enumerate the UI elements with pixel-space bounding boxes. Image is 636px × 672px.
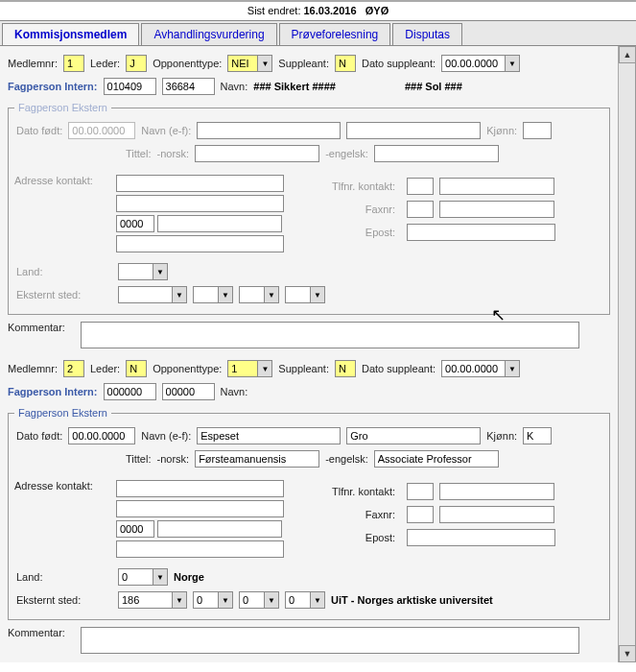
m2-ext-c[interactable]: ▼	[239, 591, 279, 609]
m2-kommentar-field[interactable]	[81, 627, 579, 654]
m1-opptype-value[interactable]	[228, 56, 257, 71]
scroll-up-icon[interactable]: ▲	[619, 46, 636, 63]
m1-datosupp-value[interactable]	[442, 56, 505, 71]
m1-ext-c[interactable]: ▼	[239, 286, 279, 303]
m2-suppleant-field[interactable]	[335, 360, 356, 377]
m1-tlf-land[interactable]	[407, 178, 434, 195]
m1-navn-e-field[interactable]	[197, 122, 341, 139]
chevron-down-icon[interactable]: ▼	[153, 264, 167, 279]
m2-land-dropdown[interactable]: ▼	[118, 568, 168, 586]
m2-land-value[interactable]	[119, 569, 153, 585]
m1-navn-f-field[interactable]	[346, 122, 481, 139]
m2-fax-land[interactable]	[407, 506, 434, 523]
chevron-down-icon[interactable]: ▼	[172, 287, 186, 302]
m2-opptype-label: Opponenttype:	[153, 363, 222, 374]
m1-ext-b[interactable]: ▼	[193, 286, 233, 303]
m1-ext-d[interactable]: ▼	[285, 286, 325, 303]
m1-leder-field[interactable]	[126, 55, 147, 72]
vertical-scrollbar[interactable]: ▲ ▼	[618, 46, 635, 662]
m2-ext-d[interactable]: ▼	[285, 591, 325, 609]
m1-ekstern-legend: Fagperson Ekstern	[14, 102, 111, 113]
m2-tlf[interactable]	[439, 483, 554, 500]
m1-eksternt-label: Eksternt sted:	[16, 289, 112, 300]
m1-postnr[interactable]	[116, 215, 154, 232]
m2-kjonn-field[interactable]	[523, 427, 552, 444]
m2-eksternt-label: Eksternt sted:	[16, 594, 112, 606]
m2-ext-b[interactable]: ▼	[193, 591, 233, 609]
m2-land-label: Land:	[16, 571, 112, 583]
m2-tittel-eng-field[interactable]	[374, 450, 499, 468]
m1-poststed[interactable]	[157, 215, 282, 232]
m1-suppleant-field[interactable]	[335, 55, 356, 72]
m1-adresse-4[interactable]	[116, 235, 284, 252]
m1-epost[interactable]	[407, 224, 555, 241]
m2-navn-e-field[interactable]	[197, 427, 341, 444]
m1-fax-land[interactable]	[407, 201, 434, 218]
scroll-down-icon[interactable]: ▼	[619, 645, 636, 662]
m2-fax[interactable]	[439, 506, 554, 523]
tab-avhandlingsvurdering[interactable]: Avhandlingsvurdering	[141, 23, 276, 45]
header-last-modified: Sist endret: 16.03.2016 ØYØ	[0, 0, 636, 21]
m1-dato-fodt-field[interactable]	[68, 122, 135, 139]
tab-proveforelesning[interactable]: Prøveforelesning	[279, 23, 391, 45]
m2-tlf-land[interactable]	[407, 483, 434, 500]
m2-tittel-norsk-field[interactable]	[195, 450, 319, 468]
m2-fagperson-intern-a[interactable]	[104, 383, 156, 400]
chevron-down-icon[interactable]: ▼	[153, 569, 167, 585]
m2-dato-fodt-field[interactable]	[68, 427, 135, 444]
m1-ext-a[interactable]: ▼	[118, 286, 187, 303]
chevron-down-icon[interactable]: ▼	[257, 361, 271, 376]
m2-epost[interactable]	[407, 529, 555, 546]
m2-medlemnr-field[interactable]	[63, 360, 84, 377]
m1-fax[interactable]	[439, 201, 554, 218]
chevron-down-icon[interactable]: ▼	[218, 592, 232, 608]
chevron-down-icon[interactable]: ▼	[310, 592, 324, 608]
m1-suppleant-label: Suppleant:	[278, 58, 329, 69]
chevron-down-icon[interactable]: ▼	[218, 287, 232, 302]
m1-kommentar-field[interactable]	[81, 322, 579, 348]
m2-fagperson-intern-b[interactable]	[162, 383, 215, 400]
m2-tittel-eng-label: -engelsk:	[325, 453, 368, 465]
chevron-down-icon[interactable]: ▼	[264, 592, 278, 608]
chevron-down-icon[interactable]: ▼	[505, 361, 519, 376]
m1-opptype-dropdown[interactable]: ▼	[227, 55, 272, 72]
m2-datosupp-dropdown[interactable]: ▼	[441, 360, 520, 377]
m1-land-dropdown[interactable]: ▼	[118, 263, 168, 280]
m1-leder-label: Leder:	[90, 58, 120, 69]
m2-adresse-4[interactable]	[116, 540, 284, 558]
m1-medlemnr-field[interactable]	[63, 55, 84, 72]
tab-kommisjonsmedlem[interactable]: Kommisjonsmedlem	[2, 23, 139, 45]
m1-fagperson-intern-a[interactable]	[104, 78, 156, 95]
m2-adresse-1[interactable]	[116, 480, 284, 497]
m1-tlf[interactable]	[439, 178, 554, 195]
m2-ext-a[interactable]: ▼	[118, 591, 187, 609]
chevron-down-icon[interactable]: ▼	[172, 592, 186, 608]
m1-kjonn-field[interactable]	[523, 122, 552, 139]
m1-tittel-eng-field[interactable]	[374, 145, 499, 162]
m2-opptype-dropdown[interactable]: ▼	[227, 360, 272, 377]
m2-opptype-value[interactable]	[228, 361, 257, 376]
m2-fagperson-ekstern-group: Fagperson Ekstern Dato født: Navn (e-f):…	[8, 407, 610, 620]
chevron-down-icon[interactable]: ▼	[257, 56, 271, 71]
m2-postnr[interactable]	[116, 520, 154, 538]
chevron-down-icon[interactable]: ▼	[264, 287, 278, 302]
m2-leder-field[interactable]	[126, 360, 147, 377]
m2-medlemnr-label: Medlemnr:	[8, 363, 58, 374]
m1-adresse-2[interactable]	[116, 195, 284, 212]
tab-disputas[interactable]: Disputas	[392, 23, 462, 45]
m1-land-value[interactable]	[119, 264, 153, 279]
member-2-block: Medlemnr: Leder: Opponenttype: ▼ Supplea…	[6, 357, 612, 657]
m2-tittel-norsk-label: -norsk:	[157, 453, 190, 465]
m1-adresse-1[interactable]	[116, 175, 284, 192]
chevron-down-icon[interactable]: ▼	[505, 56, 519, 71]
m1-fagperson-intern-label: Fagperson Intern:	[8, 81, 98, 92]
m1-fagperson-intern-b[interactable]	[162, 78, 215, 95]
m1-tittel-norsk-field[interactable]	[195, 145, 319, 162]
chevron-down-icon[interactable]: ▼	[310, 287, 324, 302]
m1-datosupp-dropdown[interactable]: ▼	[441, 55, 520, 72]
m2-poststed[interactable]	[157, 520, 282, 538]
m2-navn-f-field[interactable]	[346, 427, 481, 444]
m2-adresse-2[interactable]	[116, 500, 284, 517]
m2-datosupp-value[interactable]	[442, 361, 505, 376]
sist-endret-date: 16.03.2016	[304, 5, 357, 16]
